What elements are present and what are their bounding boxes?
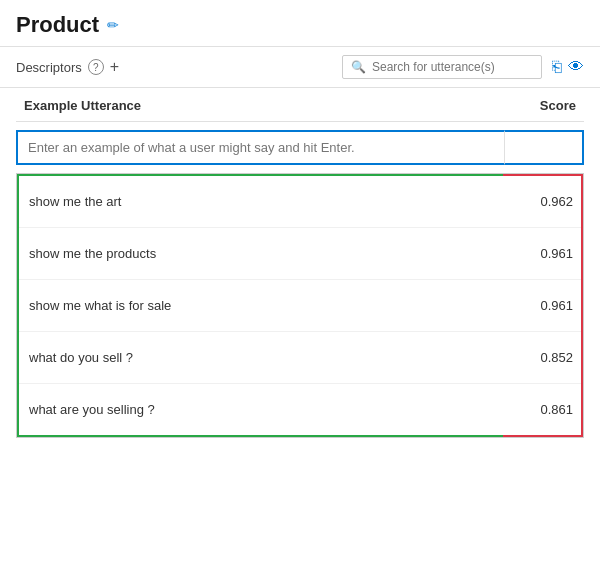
- input-row: [16, 130, 584, 165]
- score-item: 0.961: [503, 228, 581, 280]
- score-item: 0.861: [503, 384, 581, 435]
- utterance-item[interactable]: show me the products: [19, 228, 503, 280]
- results-area: show me the artshow me the productsshow …: [16, 173, 584, 438]
- utterance-item[interactable]: what do you sell ?: [19, 332, 503, 384]
- descriptors-label: Descriptors: [16, 60, 82, 75]
- score-item: 0.962: [503, 176, 581, 228]
- search-input[interactable]: [372, 60, 533, 74]
- page-header: Product ✏: [0, 0, 600, 47]
- page-title: Product: [16, 12, 99, 38]
- utterance-input[interactable]: [16, 130, 504, 165]
- help-icon[interactable]: ?: [88, 59, 104, 75]
- col-score-header: Score: [504, 98, 584, 113]
- eye-icon[interactable]: 👁: [568, 58, 584, 76]
- search-area: 🔍 ⎗ 👁: [342, 55, 584, 79]
- score-item: 0.852: [503, 332, 581, 384]
- table-container: Example Utterance Score show me the arts…: [0, 88, 600, 438]
- col-utterance-header: Example Utterance: [16, 98, 504, 113]
- utterance-item[interactable]: show me what is for sale: [19, 280, 503, 332]
- toolbar: Descriptors ? + 🔍 ⎗ 👁: [0, 47, 600, 88]
- filter-icon[interactable]: ⎗: [552, 58, 562, 76]
- score-input-placeholder: [504, 130, 584, 165]
- descriptors-section: Descriptors ? +: [16, 58, 342, 76]
- table-header: Example Utterance Score: [16, 88, 584, 122]
- search-box: 🔍: [342, 55, 542, 79]
- search-icon: 🔍: [351, 60, 366, 74]
- add-icon[interactable]: +: [110, 58, 119, 76]
- utterance-item[interactable]: show me the art: [19, 176, 503, 228]
- score-item: 0.961: [503, 280, 581, 332]
- utterances-col: show me the artshow me the productsshow …: [17, 174, 503, 437]
- utterance-item[interactable]: what are you selling ?: [19, 384, 503, 435]
- edit-icon[interactable]: ✏: [107, 17, 119, 33]
- scores-col: 0.9620.9610.9610.8520.861: [503, 174, 583, 437]
